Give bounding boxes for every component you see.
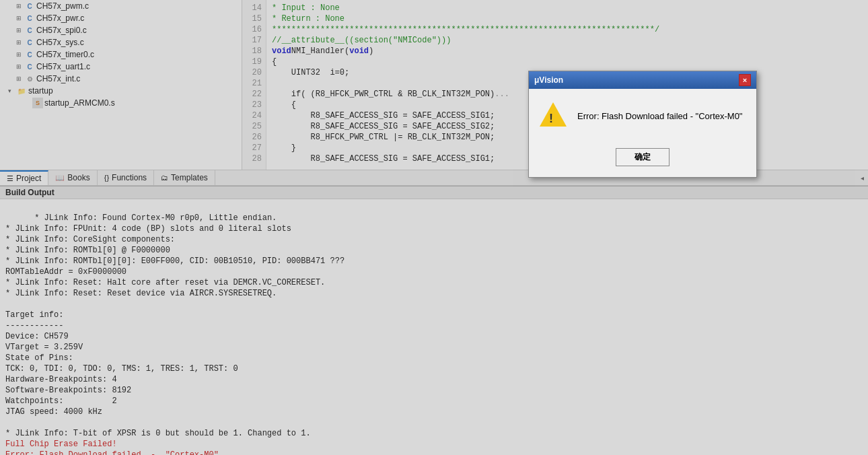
warning-triangle (540, 102, 567, 127)
modal-title-bar: μVision × (529, 71, 756, 89)
modal-body: Error: Flash Download failed - "Cortex-M… (529, 89, 756, 143)
modal-ok-button[interactable]: 确定 (616, 148, 670, 166)
modal-message: Error: Flash Download failed - "Cortex-M… (577, 111, 742, 121)
warning-icon (540, 102, 567, 129)
modal-footer: 确定 (529, 143, 756, 177)
error-dialog: μVision × Error: Flash Download failed -… (528, 71, 757, 178)
modal-title: μVision (534, 75, 563, 85)
modal-close-button[interactable]: × (739, 74, 751, 86)
modal-overlay: μVision × Error: Flash Download failed -… (0, 0, 868, 455)
